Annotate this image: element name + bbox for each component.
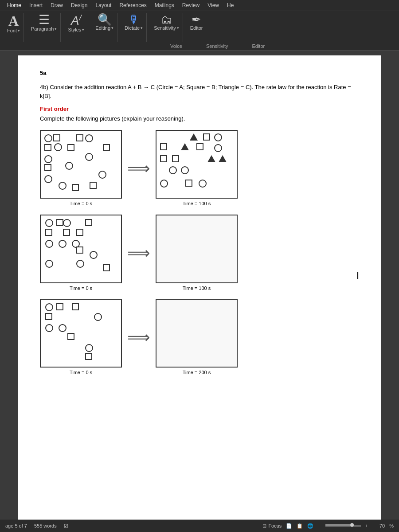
editor-sublabel: Editor [248, 43, 268, 49]
sensitivity-sublabel: Sensitivity [203, 43, 232, 49]
editing-label: Editing [95, 25, 110, 31]
sensitivity-chevron: ▾ [177, 26, 179, 30]
dictate-label: Dictate [125, 25, 140, 31]
arrow-2: ⟹ [127, 241, 150, 265]
first-order-label: First order [40, 105, 359, 113]
diagram-box-3-right [156, 299, 238, 368]
menu-insert[interactable]: Insert [26, 1, 46, 10]
editor-icon: ✒ [192, 14, 201, 25]
font-chevron: ▾ [18, 28, 20, 33]
styles-label: Styles [68, 27, 81, 32]
diagram-label-1-right: Time = 100 s [183, 200, 211, 207]
editor-label: Editor [190, 25, 203, 31]
styles-chevron: ▾ [82, 27, 84, 32]
instruction-text: Complete the following pictures (explain… [40, 114, 359, 123]
font-icon: A [8, 14, 19, 28]
diagram-row-1: Time = 0 s ⟹ [40, 130, 359, 207]
read-mode-icon[interactable]: 📄 [286, 523, 292, 529]
menu-help[interactable]: He [223, 1, 237, 10]
menu-bar: Home Insert Draw Design Layout Reference… [0, 0, 399, 11]
status-bar: age 5 of 7 555 words ☑ ⊡ Focus 📄 📋 🌐 − +… [0, 520, 399, 532]
menu-draw[interactable]: Draw [47, 1, 66, 10]
menu-design[interactable]: Design [67, 1, 91, 10]
diagram-box-1-left [40, 130, 122, 199]
diagram-label-2-left: Time = 0 s [70, 285, 92, 292]
editing-group[interactable]: 🔍 Editing ▾ [92, 13, 117, 42]
sensitivity-label: Sensitivity [154, 25, 176, 31]
paragraph-icon: ☰ [39, 14, 50, 26]
paragraph-chevron: ▾ [55, 27, 57, 31]
diagram-row-2: Time = 0 s ⟹ Time = 100 s [40, 215, 359, 292]
font-group[interactable]: A Font ▾ [4, 13, 24, 42]
arrow-3: ⟹ [127, 325, 150, 349]
paragraph-group[interactable]: ☰ Paragraph ▾ [27, 13, 61, 42]
diagram-box-1-right [156, 130, 238, 199]
ribbon: Home Insert Draw Design Layout Reference… [0, 0, 399, 51]
web-layout-icon[interactable]: 🌐 [307, 523, 313, 529]
section-label: 5a [40, 69, 359, 78]
page-info: age 5 of 7 [5, 523, 27, 528]
menu-layout[interactable]: Layout [92, 1, 115, 10]
diagram-label-3-right: Time = 200 s [183, 369, 211, 376]
zoom-value: 70 [372, 523, 385, 528]
status-right: ⊡ Focus 📄 📋 🌐 − + 70% [262, 523, 394, 529]
dictate-group[interactable]: 🎙 Dictate ▾ [121, 13, 147, 42]
cursor: I [356, 268, 359, 283]
spell-check-icon[interactable]: ☑ [64, 523, 68, 529]
editing-chevron: ▾ [111, 26, 113, 30]
voice-label: Voice [167, 43, 186, 49]
menu-references[interactable]: References [116, 1, 150, 10]
diagram-box-2-left [40, 215, 122, 283]
styles-icon: A/ [71, 14, 82, 27]
word-count: 555 words [34, 523, 57, 528]
diagram-label-2-right: Time = 100 s [183, 285, 211, 292]
focus-button[interactable]: ⊡ Focus [262, 523, 282, 529]
focus-icon: ⊡ [262, 523, 266, 529]
menu-view[interactable]: View [204, 1, 223, 10]
toolbar: A Font ▾ ☰ Paragraph ▾ A/ Style [0, 11, 399, 43]
menu-home[interactable]: Home [4, 1, 25, 10]
diagram-box-3-left [40, 299, 122, 368]
focus-label: Focus [268, 523, 282, 528]
menu-review[interactable]: Review [179, 1, 203, 10]
zoom-slider[interactable] [325, 525, 361, 527]
sensitivity-icon: 🗂 [161, 14, 172, 25]
styles-group[interactable]: A/ Styles ▾ [64, 13, 88, 42]
voice-row: Voice Sensitivity Editor [0, 43, 399, 51]
sensitivity-group[interactable]: 🗂 Sensitivity ▾ [150, 13, 183, 42]
font-label: Font [7, 28, 17, 33]
zoom-plus-button[interactable]: + [365, 523, 368, 528]
arrow-1: ⟹ [127, 156, 150, 180]
editing-icon: 🔍 [98, 14, 112, 25]
dictate-chevron: ▾ [141, 26, 143, 30]
content-area: 5a 4b) Consider the addition reaction A … [0, 51, 399, 521]
diagram-label-3-left: Time = 0 s [70, 369, 92, 376]
print-layout-icon[interactable]: 📋 [297, 523, 303, 529]
paragraph-label: Paragraph [31, 26, 54, 31]
diagram-row-3: Time = 0 s ⟹ Time = 200 s [40, 299, 359, 376]
zoom-out-button[interactable]: − [318, 523, 321, 528]
diagram-label-1-left: Time = 0 s [70, 200, 92, 207]
menu-mailings[interactable]: Mailings [151, 1, 178, 10]
document-page: 5a 4b) Consider the addition reaction A … [18, 55, 381, 521]
problem-text: 4b) Consider the addition reaction A + B… [40, 83, 359, 102]
diagram-box-2-right [156, 215, 238, 283]
dictate-icon: 🎙 [128, 14, 140, 25]
editor-group[interactable]: ✒ Editor [187, 13, 207, 42]
